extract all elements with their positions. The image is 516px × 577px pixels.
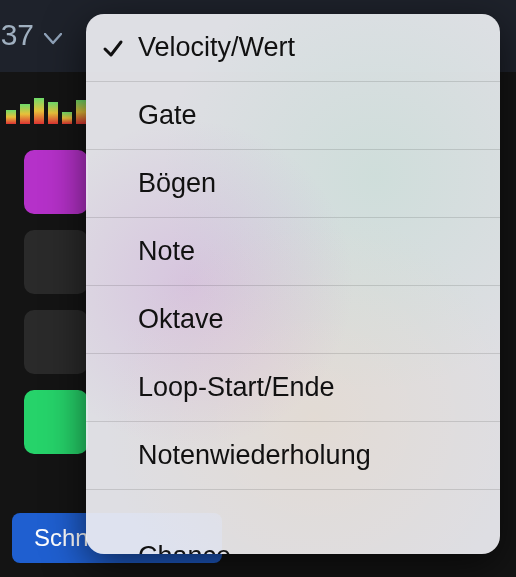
menu-item-2[interactable]: Bögen	[86, 150, 500, 218]
menu-item-label: Bögen	[138, 168, 216, 199]
menu-item-6[interactable]: Notenwiederholung	[86, 422, 500, 490]
menu-item-label: Gate	[138, 100, 197, 131]
top-value-number: 37	[1, 18, 34, 52]
chevron-down-icon	[44, 18, 62, 52]
pad-0[interactable]	[24, 150, 88, 214]
menu-item-label: Loop-Start/Ende	[138, 372, 335, 403]
menu-item-label: Chance	[138, 541, 231, 554]
bottom-button-label: Schn	[34, 524, 89, 552]
menu-item-0[interactable]: Velocity/Wert	[86, 14, 500, 82]
menu-item-5[interactable]: Loop-Start/Ende	[86, 354, 500, 422]
menu-item-7[interactable]: Chance	[86, 490, 500, 550]
menu-item-4[interactable]: Oktave	[86, 286, 500, 354]
menu-item-1[interactable]: Gate	[86, 82, 500, 150]
pad-2[interactable]	[24, 310, 88, 374]
popup-menu-list: Velocity/WertGateBögenNoteOktaveLoop-Sta…	[86, 14, 500, 554]
check-icon	[100, 35, 126, 61]
pad-3[interactable]	[24, 390, 88, 454]
popup-menu: Velocity/WertGateBögenNoteOktaveLoop-Sta…	[86, 14, 500, 554]
menu-item-label: Note	[138, 236, 195, 267]
menu-item-3[interactable]: Note	[86, 218, 500, 286]
menu-item-label: Velocity/Wert	[138, 32, 295, 63]
menu-item-label: Oktave	[138, 304, 224, 335]
menu-item-label: Notenwiederholung	[138, 440, 371, 471]
pad-1[interactable]	[24, 230, 88, 294]
top-value-dropdown[interactable]: 37	[0, 0, 70, 70]
